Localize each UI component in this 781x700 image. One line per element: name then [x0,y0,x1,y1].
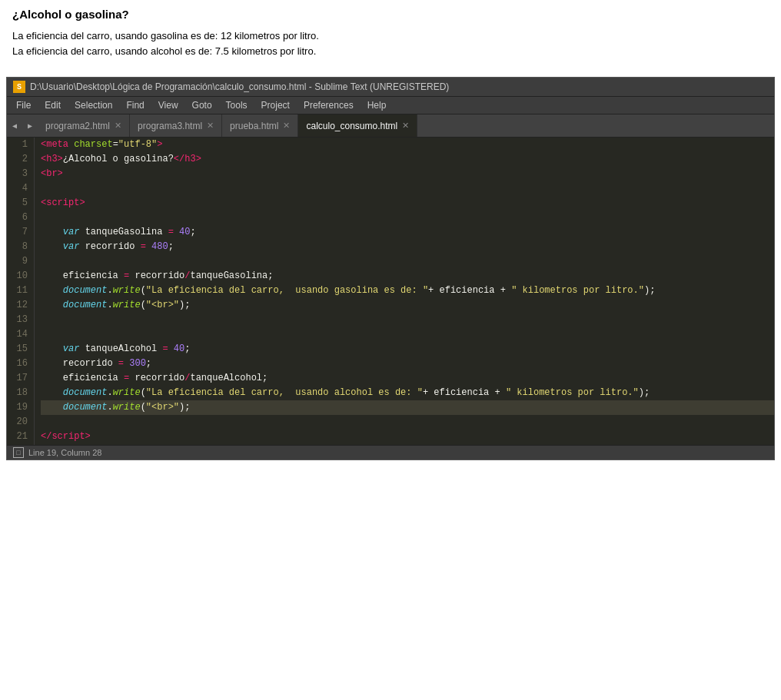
menu-file[interactable]: File [10,98,37,112]
menu-selection[interactable]: Selection [68,98,118,112]
tab-prev-btn[interactable]: ◀ [7,114,22,137]
tab-prueba[interactable]: prueba.html ✕ [222,114,298,137]
menu-bar: File Edit Selection Find View Goto Tools… [7,97,774,114]
code-line-7: var tanqueGasolina = 40; [41,225,774,240]
title-bar-text: D:\Usuario\Desktop\Lógica de Programació… [30,81,449,92]
tab-programa2[interactable]: programa2.html ✕ [38,114,130,137]
browser-output: ¿Alcohol o gasolina? La eficiencia del c… [0,0,781,71]
menu-project[interactable]: Project [255,98,296,112]
menu-tools[interactable]: Tools [220,98,254,112]
code-line-15: var tanqueAlcohol = 40; [41,342,774,357]
editor-area[interactable]: 1 2 3 4 5 6 7 8 9 10 11 12 13 14 15 16 1… [7,138,774,445]
code-line-16: recorrido = 300; [41,357,774,371]
tab-close-prueba[interactable]: ✕ [283,121,290,130]
code-line-11: document.write("La eficiencia del carro,… [41,284,774,298]
code-line-21: </script> [41,430,774,444]
menu-view[interactable]: View [152,98,184,112]
code-content[interactable]: <meta charset="utf-8"> <h3>¿Alcohol o ga… [35,138,774,445]
code-line-2: <h3>¿Alcohol o gasolina?</h3> [41,152,774,167]
status-icon: □ [13,447,24,458]
cursor-position: Line 19, Column 28 [28,448,101,457]
code-line-1: <meta charset="utf-8"> [41,138,774,152]
sublime-icon: S [13,81,25,93]
menu-edit[interactable]: Edit [38,98,67,112]
tab-programa3[interactable]: programa3.html ✕ [130,114,222,137]
code-line-18: document.write("La eficiencia del carro,… [41,386,774,400]
output-line-1: La eficiencia del carro, usando gasolina… [12,28,769,44]
code-line-12: document.write("<br>"); [41,298,774,313]
sublime-window: S D:\Usuario\Desktop\Lógica de Programac… [6,77,775,460]
menu-preferences[interactable]: Preferences [297,98,360,112]
status-bar: □ Line 19, Column 28 [7,445,774,459]
menu-help[interactable]: Help [361,98,393,112]
tab-calculo-consumo[interactable]: calculo_consumo.html ✕ [298,114,417,137]
code-line-20 [41,415,774,430]
code-line-3: <br> [41,167,774,181]
tabs-bar: ◀ ▶ programa2.html ✕ programa3.html ✕ pr… [7,114,774,138]
code-line-13 [41,313,774,327]
code-line-17: eficiencia = recorrido/tanqueAlcohol; [41,371,774,386]
code-line-14 [41,327,774,342]
code-line-10: eficiencia = recorrido/tanqueGasolina; [41,269,774,284]
code-line-8: var recorrido = 480; [41,240,774,254]
menu-find[interactable]: Find [120,98,150,112]
title-bar: S D:\Usuario\Desktop\Lógica de Programac… [7,78,774,97]
tab-next-btn[interactable]: ▶ [22,114,38,137]
output-line-2: La eficiencia del carro, usando alcohol … [12,44,769,59]
code-line-6 [41,211,774,225]
code-line-4 [41,181,774,196]
code-line-9 [41,254,774,269]
tab-close-calculo[interactable]: ✕ [402,121,409,130]
tab-close-programa2[interactable]: ✕ [115,121,121,130]
menu-goto[interactable]: Goto [186,98,218,112]
line-numbers: 1 2 3 4 5 6 7 8 9 10 11 12 13 14 15 16 1… [7,138,35,445]
code-line-19: document.write("<br>"); [41,400,774,415]
tab-close-programa3[interactable]: ✕ [207,121,214,130]
page-title: ¿Alcohol o gasolina? [12,8,769,21]
code-line-5: <script> [41,196,774,211]
